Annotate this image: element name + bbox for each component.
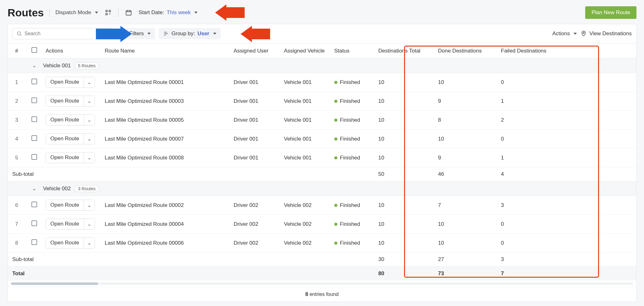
route-map-icon-button[interactable] — [104, 8, 113, 17]
row-checkbox[interactable] — [31, 220, 37, 226]
row-number: 1 — [8, 75, 25, 89]
assigned-user-cell: Driver 001 — [231, 113, 281, 127]
col-failed-dest[interactable]: Failed Destinations — [498, 44, 561, 58]
table-header: # Actions Route Name Assigned User Assig… — [8, 43, 636, 58]
view-destinations-button[interactable]: View Destinations — [580, 31, 632, 37]
col-status[interactable]: Status — [332, 44, 376, 58]
assigned-user-cell: Driver 001 — [231, 132, 281, 146]
assigned-user-cell: Driver 002 — [231, 236, 281, 250]
group-by-value: User — [197, 31, 209, 37]
open-route-button[interactable]: Open Route — [46, 219, 84, 229]
col-done-dest[interactable]: Done Destinations — [436, 44, 498, 58]
failed-dest-cell: 2 — [498, 113, 561, 127]
open-route-split-button[interactable]: Open Route ⌄ — [46, 237, 95, 248]
row-checkbox[interactable] — [31, 154, 37, 160]
open-route-split-button[interactable]: Open Route ⌄ — [46, 133, 95, 144]
annotation-arrow-red — [215, 4, 245, 21]
divider — [118, 8, 119, 17]
subtotal-failed: 3 — [498, 253, 561, 266]
row-number: 8 — [8, 236, 25, 250]
group-icon — [163, 31, 169, 36]
status-cell: Finished — [332, 75, 376, 89]
failed-dest-cell: 0 — [498, 75, 561, 89]
open-route-split-button[interactable]: Open Route ⌄ — [46, 96, 95, 107]
total-done: 73 — [436, 267, 498, 281]
col-route-name[interactable]: Route Name — [102, 44, 231, 58]
open-route-caret[interactable]: ⌄ — [84, 219, 95, 229]
route-name-cell: Last Mile Optimized Route 00006 — [102, 236, 231, 250]
table-row: 2 Open Route ⌄ Last Mile Optimized Route… — [8, 92, 636, 111]
col-assigned-user[interactable]: Assigned User — [231, 44, 281, 58]
map-pin-icon — [580, 31, 587, 37]
subtotal-label: Sub-total — [8, 253, 102, 266]
actions-dropdown[interactable]: Actions — [552, 31, 577, 37]
assigned-vehicle-cell: Vehicle 001 — [281, 113, 332, 127]
table-row: 3 Open Route ⌄ Last Mile Optimized Route… — [8, 111, 636, 130]
open-route-button[interactable]: Open Route — [46, 115, 84, 125]
group-by-select[interactable]: Group by: User — [159, 28, 220, 39]
open-route-button[interactable]: Open Route — [46, 238, 84, 248]
col-hash[interactable]: # — [8, 44, 25, 58]
chevron-down-icon — [95, 12, 98, 14]
row-number: 7 — [8, 217, 25, 231]
open-route-button[interactable]: Open Route — [46, 96, 84, 106]
annotation-arrow-red — [241, 26, 270, 42]
open-route-button[interactable]: Open Route — [46, 200, 84, 210]
col-assigned-vehicle[interactable]: Assigned Vehicle — [281, 44, 332, 58]
start-date-value: This week — [167, 9, 191, 16]
open-route-caret[interactable]: ⌄ — [84, 115, 95, 125]
svg-point-2 — [583, 32, 584, 33]
group-toggle[interactable]: ⌄ — [32, 63, 36, 69]
table-row: 6 Open Route ⌄ Last Mile Optimized Route… — [8, 196, 636, 215]
open-route-caret[interactable]: ⌄ — [84, 200, 95, 210]
group-toggle[interactable]: ⌄ — [32, 186, 36, 192]
open-route-caret[interactable]: ⌄ — [84, 238, 95, 248]
subtotal-done: 27 — [436, 253, 498, 266]
assigned-vehicle-cell: Vehicle 002 — [281, 236, 332, 250]
open-route-caret[interactable]: ⌄ — [84, 96, 95, 106]
done-dest-cell: 10 — [436, 132, 498, 146]
group-by-label: Group by: — [171, 31, 195, 37]
plan-new-route-button[interactable]: Plan New Route — [585, 6, 636, 19]
open-route-split-button[interactable]: Open Route ⌄ — [46, 77, 95, 88]
assigned-vehicle-cell: Vehicle 001 — [281, 94, 332, 108]
failed-dest-cell: 0 — [498, 217, 561, 231]
subtotal-failed: 4 — [498, 167, 561, 181]
open-route-split-button[interactable]: Open Route ⌄ — [46, 152, 95, 163]
done-dest-cell: 7 — [436, 198, 498, 212]
open-route-caret[interactable]: ⌄ — [84, 134, 95, 144]
open-route-caret[interactable]: ⌄ — [84, 153, 95, 163]
calendar-icon — [124, 8, 133, 17]
failed-dest-cell: 3 — [498, 198, 561, 212]
route-name-cell: Last Mile Optimized Route 00001 — [102, 75, 231, 89]
dispatch-mode-select[interactable]: Dispatch Mode — [55, 9, 98, 16]
group-name: Vehicle 002 — [43, 186, 71, 192]
open-route-caret[interactable]: ⌄ — [84, 77, 95, 87]
route-name-cell: Last Mile Optimized Route 00007 — [102, 132, 231, 146]
row-checkbox[interactable] — [31, 116, 37, 122]
start-date-select[interactable]: Start Date: This week — [139, 9, 198, 16]
col-dest-total[interactable]: Destinations Total — [376, 44, 436, 58]
routes-table: # Actions Route Name Assigned User Assig… — [8, 43, 636, 281]
open-route-split-button[interactable]: Open Route ⌄ — [46, 114, 95, 125]
open-route-button[interactable]: Open Route — [46, 134, 84, 144]
row-checkbox[interactable] — [31, 97, 37, 103]
select-all-checkbox[interactable] — [31, 47, 37, 53]
col-actions[interactable]: Actions — [43, 44, 102, 58]
status-dot-icon — [334, 81, 337, 84]
open-route-button[interactable]: Open Route — [46, 77, 84, 87]
row-checkbox[interactable] — [31, 79, 37, 84]
total-label: Total — [8, 267, 102, 281]
row-number: 4 — [8, 132, 25, 146]
row-checkbox[interactable] — [31, 135, 37, 141]
open-route-split-button[interactable]: Open Route ⌄ — [46, 200, 95, 211]
row-checkbox[interactable] — [31, 202, 37, 207]
horizontal-scrollbar[interactable] — [8, 281, 636, 287]
done-dest-cell: 9 — [436, 94, 498, 108]
open-route-split-button[interactable]: Open Route ⌄ — [46, 219, 95, 230]
entries-footer: 8 entries found — [8, 287, 636, 302]
chevron-down-icon — [574, 33, 577, 35]
total-failed: 7 — [498, 267, 561, 281]
open-route-button[interactable]: Open Route — [46, 153, 84, 163]
row-checkbox[interactable] — [31, 239, 37, 245]
